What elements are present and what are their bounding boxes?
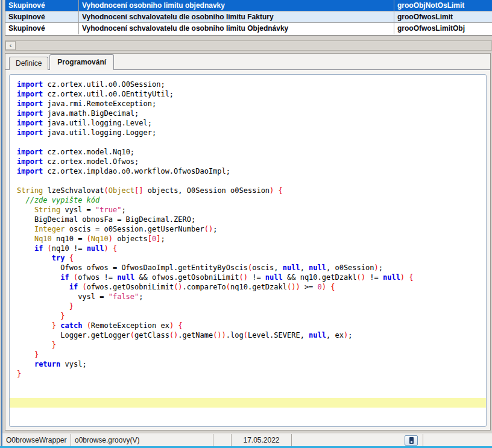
code-token: [17, 341, 52, 349]
code-line[interactable]: import cz.ortex.model.Nq10;: [17, 147, 479, 157]
code-line[interactable]: }: [17, 311, 479, 321]
code-token: null: [309, 263, 326, 272]
code-token: null: [87, 244, 104, 253]
code-line[interactable]: } catch (RemoteException ex) {: [17, 321, 479, 330]
cell-description[interactable]: Vyhodnocení schvalovatelu dle osobniho l…: [79, 23, 394, 34]
code-token: {: [279, 186, 283, 195]
table-row[interactable]: Skupinové Vyhodnocení schvalovatelu dle …: [5, 11, 492, 23]
code-token: vysl;: [60, 360, 86, 368]
code-token: (): [174, 283, 182, 291]
code-token: import: [17, 119, 43, 127]
code-line[interactable]: return vysl;: [17, 359, 479, 369]
code-token: .log: [226, 331, 244, 339]
scrollbar-track[interactable]: [16, 41, 491, 50]
code-token: getClass: [134, 331, 169, 339]
code-line[interactable]: String vysl = "true";: [17, 205, 479, 215]
code-token: , o0Session: [326, 263, 374, 272]
code-token: {: [178, 321, 182, 330]
code-line[interactable]: }: [17, 340, 479, 350]
code-line[interactable]: import java.math.BigDecimal;: [17, 109, 479, 118]
code-area[interactable]: import cz.ortex.util.o0.O0Session;import…: [10, 75, 486, 426]
status-bar: O0browseWrapper o0browse.groovy(V) 17.05…: [2, 434, 492, 446]
app-window: Skupinové Vyhodnocení osobniho limitu ob…: [0, 0, 492, 448]
status-indicator-button[interactable]: [405, 435, 418, 446]
code-line[interactable]: String lzeSchvalovat(Object[] objects, O…: [17, 186, 479, 195]
code-line[interactable]: Ofwos ofwos = OfwosDaoImpl.getEntityByOs…: [17, 263, 479, 273]
horizontal-scrollbar[interactable]: ‹: [5, 40, 492, 51]
code-line[interactable]: [17, 137, 479, 147]
tab-programovani[interactable]: Programování: [49, 54, 114, 70]
tab-definice[interactable]: Definice: [9, 57, 48, 70]
code-token: (): [204, 225, 213, 233]
code-line[interactable]: if (ofwos.getOsobniLimit().compareTo(nq1…: [17, 282, 479, 292]
code-token: [17, 302, 69, 311]
cell-type[interactable]: Skupinové: [5, 0, 79, 11]
status-cell-empty-1: [213, 434, 232, 446]
code-line[interactable]: vysl = "false";: [17, 292, 479, 301]
code-token: !=: [248, 273, 265, 282]
code-token: (): [239, 273, 248, 282]
code-line[interactable]: import cz.ortex.impldao.o0.workflow.Ofwo…: [17, 166, 479, 176]
code-token: null: [117, 273, 134, 282]
tab-panel: Definice Programování import cz.ortex.ut…: [5, 53, 491, 431]
code-token: "false": [109, 292, 139, 301]
status-cell-indicator: [292, 434, 423, 446]
code-line[interactable]: Nq10 nq10 = (Nq10) objects[0];: [17, 234, 479, 244]
code-line[interactable]: import cz.ortex.util.o0.O0Session;: [17, 80, 479, 89]
code-token: && ofwos.getOsobniLimit: [134, 273, 239, 282]
code-line[interactable]: try {: [17, 253, 479, 263]
cell-code[interactable]: grooOfwosLimit: [394, 11, 492, 22]
code-line[interactable]: if (nq10 != null) {: [17, 244, 479, 253]
code-token: (: [130, 331, 134, 339]
code-token: (: [48, 244, 52, 253]
code-token: [17, 225, 34, 233]
status-cell-empty-2: [423, 434, 492, 446]
cell-description[interactable]: Vyhodnocení osobniho limitu objednavky: [79, 0, 394, 11]
table-row[interactable]: Skupinové Vyhodnocení schvalovatelu dle …: [5, 23, 492, 34]
code-line[interactable]: [17, 379, 479, 388]
current-line-highlight[interactable]: [10, 398, 486, 408]
code-line[interactable]: //zde vypište kód: [17, 195, 479, 205]
code-token: try: [52, 254, 65, 262]
code-token: cz.ortex.util.o0.O0Session;: [43, 80, 165, 89]
code-token: ,: [300, 263, 309, 272]
code-editor[interactable]: import cz.ortex.util.o0.O0Session;import…: [9, 74, 487, 427]
status-cell-file-name: o0browse.groovy(V): [71, 434, 213, 446]
code-line[interactable]: }: [17, 350, 479, 359]
code-token: ): [374, 263, 378, 272]
code-line[interactable]: }: [17, 369, 479, 379]
code-line[interactable]: BigDecimal obnosFa = BigDecimal.ZERO;: [17, 215, 479, 224]
code-token: Nq10: [91, 235, 109, 243]
code-line[interactable]: import cz.ortex.model.Ofwos;: [17, 157, 479, 166]
code-token: Object: [109, 186, 134, 195]
code-token: (: [87, 321, 91, 330]
code-line[interactable]: if (ofwos != null && ofwos.getOsobniLimi…: [17, 273, 479, 282]
code-line[interactable]: import java.rmi.RemoteException;: [17, 99, 479, 109]
cell-code[interactable]: grooObjNotOsLimit: [394, 0, 492, 11]
code-line[interactable]: Logger.getLogger(getClass().getName()).l…: [17, 330, 479, 340]
code-token: ;: [139, 292, 143, 301]
code-line[interactable]: import cz.ortex.util.o0.OEntityUtil;: [17, 89, 479, 99]
code-token: (): [357, 273, 365, 282]
cell-code[interactable]: grooOfwosLimitObj: [394, 23, 492, 34]
cell-description[interactable]: Vyhodnocení schvalovatelu dle osobniho l…: [79, 11, 394, 22]
code-token: nq10 =: [52, 235, 87, 243]
cell-type[interactable]: Skupinové: [5, 23, 79, 34]
code-token: .getName: [178, 331, 213, 339]
code-line[interactable]: Integer oscis = o0Session.getUserNumber(…: [17, 224, 479, 234]
code-token: }: [60, 312, 65, 320]
code-line[interactable]: [17, 176, 479, 186]
code-line[interactable]: [17, 388, 479, 398]
code-line[interactable]: import java.util.logging.Level;: [17, 118, 479, 128]
code-token: return: [34, 360, 60, 368]
cell-type[interactable]: Skupinové: [5, 11, 79, 22]
scroll-left-button[interactable]: ‹: [5, 41, 16, 50]
table-row-selected[interactable]: Skupinové Vyhodnocení osobniho limitu ob…: [5, 0, 492, 11]
code-token: [82, 321, 86, 330]
code-token: vysl =: [60, 206, 95, 214]
tab-content: import cz.ortex.util.o0.O0Session;import…: [5, 69, 490, 430]
code-line[interactable]: import java.util.logging.Logger;: [17, 128, 479, 137]
code-token: import: [17, 167, 43, 175]
code-token: cz.ortex.util.o0.OEntityUtil;: [43, 90, 174, 98]
code-line[interactable]: }: [17, 301, 479, 311]
